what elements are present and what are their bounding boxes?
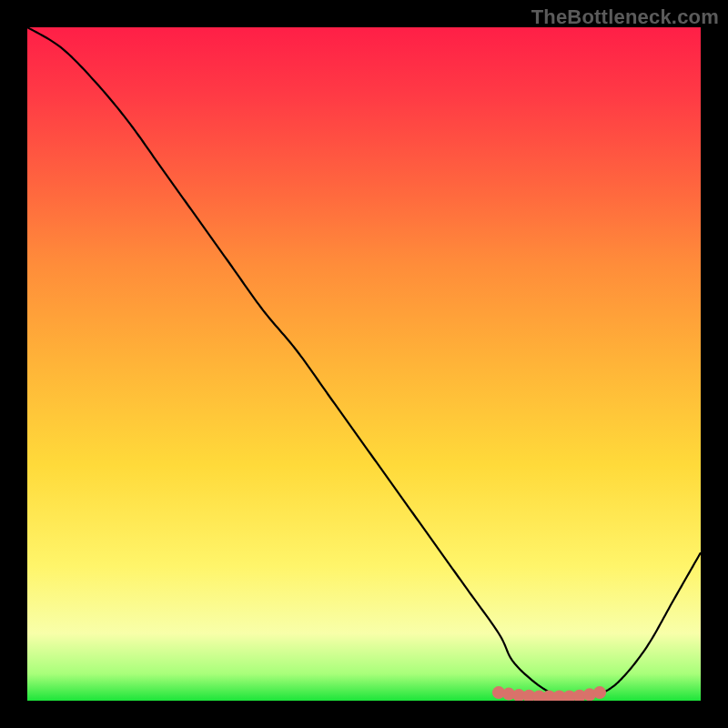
highlight-markers — [492, 686, 606, 701]
plot-area — [27, 27, 701, 701]
watermark-text: TheBottleneck.com — [531, 5, 719, 29]
highlight-dot — [593, 686, 606, 699]
bottleneck-curve-line — [27, 27, 701, 698]
chart-svg — [27, 27, 701, 701]
chart-container: TheBottleneck.com — [0, 0, 728, 728]
